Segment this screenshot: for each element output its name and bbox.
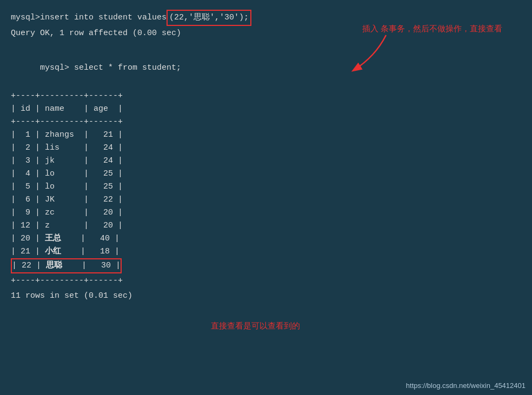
table-row: | 1 | zhangs | 21 | — [11, 129, 521, 142]
terminal-window: mysql> insert into student values(22,'思聪… — [0, 0, 532, 312]
table-row-highlighted: | 22 | 思聪 | 30 | — [11, 258, 122, 273]
table-row: | 6 | JK | 22 | — [11, 193, 521, 206]
insert-cmd-before: insert into student values — [40, 11, 167, 24]
watermark: https://blog.csdn.net/weixin_45412401 — [406, 381, 526, 390]
annotation-top: 插入 条事务，然后不做操作，直接查看 — [362, 23, 502, 35]
table-header-row: | id | name | age | — [11, 103, 521, 116]
insert-prompt: mysql> — [11, 11, 40, 24]
rows-in-set: 11 rows in set (0.01 sec) — [11, 290, 521, 303]
table-row: | 9 | zc | 20 | — [11, 206, 521, 219]
annotation-bottom: 直接查看是可以查看到的 — [211, 321, 300, 331]
table-container: +----+---------+------+ | id | name | ag… — [11, 90, 521, 303]
table-row: | 3 | jk | 24 | — [11, 155, 521, 168]
select-command-line: mysql> select * from student; — [11, 49, 521, 88]
table-row: | 5 | lo | 25 | — [11, 180, 521, 193]
table-border-top: +----+---------+------+ — [11, 90, 521, 103]
select-prompt: mysql> — [40, 63, 74, 72]
table-row: | 20 | 王总 | 40 | — [11, 232, 521, 245]
select-cmd: select * from student; — [74, 63, 181, 72]
annotation-top-text: 插入 条事务，然后不做操作，直接查看 — [362, 24, 502, 33]
table-border-bottom: +----+---------+------+ — [11, 275, 521, 287]
table-row: | 2 | lis | 24 | — [11, 142, 521, 155]
table-row: | 12 | z | 20 | — [11, 219, 521, 232]
annotation-bottom-text: 直接查看是可以查看到的 — [211, 321, 300, 330]
table-border-mid: +----+---------+------+ — [11, 116, 521, 129]
table-row: | 4 | lo | 25 | — [11, 168, 521, 180]
select-block: mysql> select * from student; — [11, 49, 521, 88]
insert-cmd-highlight: (22,'思聪','30'); — [167, 10, 251, 26]
table-row: | 21 | 小红 | 18 | — [11, 245, 521, 258]
table-row-22-content: | 22 | 思聪 | 30 | — [12, 261, 121, 270]
